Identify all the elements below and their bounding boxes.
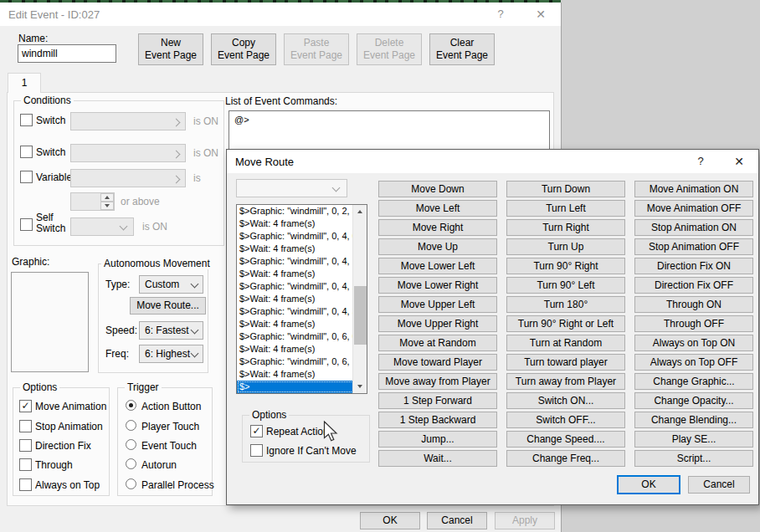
route-step[interactable]: $>Wait: 4 frame(s): [237, 293, 354, 305]
always-on-top-off-button[interactable]: Always on Top OFF: [634, 354, 753, 371]
route-ok-button[interactable]: OK: [617, 475, 680, 494]
always-on-top-checkbox[interactable]: [19, 478, 32, 491]
route-step[interactable]: $>Graphic: "windmill", 0, 6, 1: [237, 356, 354, 368]
route-list-scrollbar[interactable]: [352, 205, 367, 393]
cancel-button[interactable]: Cancel: [427, 512, 487, 529]
autorun-radio[interactable]: [126, 458, 136, 469]
move-down-button[interactable]: Move Down: [378, 181, 497, 197]
change-graphic-button[interactable]: Change Graphic...: [634, 373, 753, 390]
move-lower-left-button[interactable]: Move Lower Left: [378, 258, 497, 274]
route-step[interactable]: $>Graphic: "windmill", 0, 2, 3: [237, 205, 354, 217]
spinner-down-icon[interactable]: [100, 202, 114, 210]
move-upper-right-button[interactable]: Move Upper Right: [378, 315, 497, 332]
stop-animation-off-button[interactable]: Stop Animation OFF: [634, 238, 753, 255]
turn-at-random-button[interactable]: Turn at Random: [506, 335, 625, 351]
jump-button[interactable]: Jump...: [378, 431, 497, 448]
help-icon[interactable]: ?: [488, 6, 513, 23]
wait-button[interactable]: Wait...: [378, 450, 497, 467]
event-touch-radio[interactable]: [126, 439, 136, 450]
route-step-list[interactable]: $>Graphic: "windmill", 0, 2, 3 $>Wait: 4…: [236, 204, 367, 394]
move-away-from-player-button[interactable]: Move away from Player: [378, 373, 497, 390]
turn-90-right-button[interactable]: Turn 90° Right: [506, 258, 625, 274]
scroll-up-icon[interactable]: [353, 205, 367, 218]
route-step[interactable]: $>Wait: 4 frame(s): [237, 243, 354, 255]
direction-fix-checkbox[interactable]: [19, 439, 32, 452]
route-step[interactable]: $>Wait: 4 frame(s): [237, 318, 354, 330]
switch2-field[interactable]: [70, 144, 186, 162]
route-step[interactable]: $>Wait: 4 frame(s): [237, 343, 354, 356]
event-command-row[interactable]: @>: [229, 111, 549, 126]
turn-90-left-button[interactable]: Turn 90° Left: [506, 277, 625, 294]
move-route-button[interactable]: Move Route...: [130, 297, 206, 315]
ok-button[interactable]: OK: [360, 512, 420, 529]
route-step[interactable]: $>Wait: 4 frame(s): [237, 368, 354, 381]
turn-up-button[interactable]: Turn Up: [506, 238, 625, 255]
parallel-process-radio[interactable]: [126, 478, 136, 489]
move-at-random-button[interactable]: Move at Random: [378, 335, 497, 351]
change-opacity-button[interactable]: Change Opacity...: [634, 392, 753, 409]
move-animation-off-button[interactable]: Move Animation OFF: [634, 200, 753, 217]
route-target-combo[interactable]: [236, 179, 347, 197]
route-step[interactable]: $>Graphic: "windmill", 0, 4, 0: [237, 230, 354, 243]
apply-button[interactable]: Apply: [495, 512, 555, 529]
route-cancel-button[interactable]: Cancel: [688, 476, 750, 494]
delete-event-page-button[interactable]: Delete Event Page: [357, 33, 422, 65]
turn-away-from-player-button[interactable]: Turn away from Player: [506, 373, 625, 390]
switch1-checkbox[interactable]: [20, 114, 33, 126]
stop-animation-on-button[interactable]: Stop Animation ON: [634, 219, 753, 236]
through-on-button[interactable]: Through ON: [634, 296, 753, 313]
route-step-selected[interactable]: $>: [237, 381, 354, 393]
turn-180-button[interactable]: Turn 180°: [506, 296, 625, 313]
script-button[interactable]: Script...: [634, 450, 753, 467]
route-step[interactable]: $>Graphic: "windmill", 0, 4, 1: [237, 255, 354, 268]
change-speed-button[interactable]: Change Speed....: [506, 431, 625, 448]
route-step[interactable]: $>Wait: 4 frame(s): [237, 217, 354, 230]
action-button-radio[interactable]: [126, 400, 136, 411]
play-se-button[interactable]: Play SE...: [634, 431, 753, 448]
variable-checkbox[interactable]: [20, 171, 33, 183]
always-on-top-on-button[interactable]: Always on Top ON: [634, 335, 753, 351]
clear-event-page-button[interactable]: Clear Event Page: [429, 33, 495, 65]
move-left-button[interactable]: Move Left: [378, 200, 497, 217]
player-touch-radio[interactable]: [126, 420, 136, 431]
stop-animation-checkbox[interactable]: [19, 420, 32, 432]
ignore-if-cant-move-checkbox[interactable]: [250, 444, 263, 457]
switch1-field[interactable]: [70, 112, 186, 130]
tab-page-1[interactable]: 1: [8, 73, 41, 93]
change-freq-button[interactable]: Change Freq...: [506, 450, 625, 467]
direction-fix-on-button[interactable]: Direction Fix ON: [634, 258, 753, 274]
close-icon[interactable]: ✕: [528, 6, 553, 23]
one-step-backward-button[interactable]: 1 Step Backward: [378, 412, 497, 428]
move-up-button[interactable]: Move Up: [378, 238, 497, 255]
switch2-checkbox[interactable]: [20, 146, 33, 158]
route-step[interactable]: $>Wait: 4 frame(s): [237, 268, 354, 280]
turn-toward-player-button[interactable]: Turn toward player: [506, 354, 625, 371]
turn-left-button[interactable]: Turn Left: [506, 200, 625, 217]
copy-event-page-button[interactable]: Copy Event Page: [211, 33, 276, 65]
move-animation-checkbox[interactable]: ✓: [19, 400, 32, 412]
switch-on-button[interactable]: Switch ON...: [506, 392, 625, 409]
route-step[interactable]: $>Graphic: "windmill", 0, 6, 0: [237, 330, 354, 343]
close-icon[interactable]: ✕: [727, 153, 752, 170]
route-step[interactable]: $>Graphic: "windmill", 0, 4, 2: [237, 280, 354, 293]
new-event-page-button[interactable]: New Event Page: [138, 33, 203, 65]
switch-off-button[interactable]: Switch OFF...: [506, 412, 625, 428]
turn-right-button[interactable]: Turn Right: [506, 219, 625, 236]
move-right-button[interactable]: Move Right: [378, 219, 497, 236]
graphic-box[interactable]: [11, 272, 89, 372]
move-lower-right-button[interactable]: Move Lower Right: [378, 277, 497, 294]
self-switch-checkbox[interactable]: [20, 218, 33, 231]
spinner-up-icon[interactable]: [100, 193, 114, 202]
turn-90-right-or-left-button[interactable]: Turn 90° Right or Left: [506, 315, 625, 332]
one-step-forward-button[interactable]: 1 Step Forward: [378, 392, 497, 409]
scroll-down-icon[interactable]: [353, 380, 367, 393]
self-switch-combo[interactable]: [70, 217, 134, 236]
route-step[interactable]: $>Graphic: "windmill", 0, 4, 3: [237, 305, 354, 318]
help-icon[interactable]: ?: [688, 153, 713, 170]
change-blending-button[interactable]: Change Blending...: [634, 412, 753, 428]
direction-fix-off-button[interactable]: Direction Fix OFF: [634, 277, 753, 294]
variable-value-spinner[interactable]: [70, 192, 115, 211]
through-checkbox[interactable]: [19, 458, 32, 471]
repeat-action-checkbox[interactable]: ✓: [250, 425, 263, 437]
name-input[interactable]: windmill: [18, 44, 116, 63]
